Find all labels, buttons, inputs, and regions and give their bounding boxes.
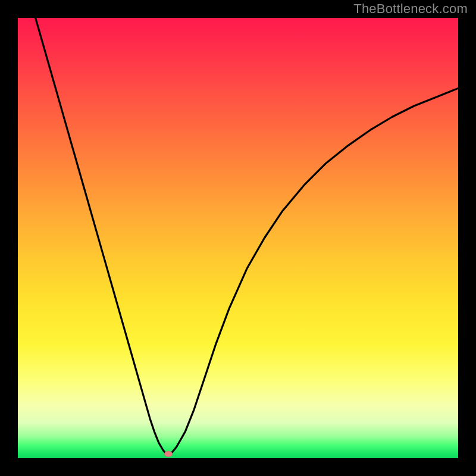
watermark-text: TheBottleneck.com bbox=[353, 1, 468, 17]
chart-frame: TheBottleneck.com bbox=[0, 0, 476, 476]
optimum-marker bbox=[164, 451, 173, 457]
plot-area bbox=[18, 18, 458, 458]
curve-path bbox=[36, 18, 458, 455]
bottleneck-curve bbox=[18, 18, 458, 458]
